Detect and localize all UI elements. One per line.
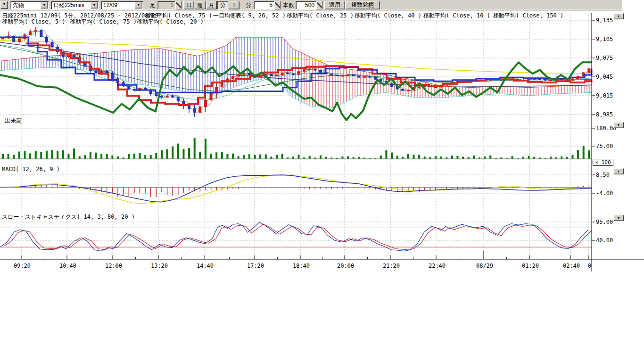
macd-pane-title: MACD( 12, 26, 9 ) bbox=[2, 166, 60, 173]
chevron-down-icon: ▼ bbox=[617, 216, 620, 220]
panel-dropdown-button[interactable]: ▼ bbox=[613, 13, 624, 19]
time-axis-label: 10:40 bbox=[58, 263, 77, 269]
multi-symbol-button[interactable]: 複数銘柄 bbox=[345, 1, 380, 9]
price-axis-label: 9,075 bbox=[596, 55, 613, 61]
legend-item: 移動平均( Close, 75 ) bbox=[70, 18, 137, 26]
time-axis-label: 09:20 bbox=[13, 263, 32, 269]
trading-app-window: { "toolbar": { "lone_combo_arrow": "drop… bbox=[0, 0, 644, 362]
stoch-axis-label: 95.00 bbox=[596, 219, 613, 225]
chevron-down-icon[interactable]: ▼ bbox=[91, 2, 98, 8]
panel-dropdown-button[interactable]: ▼ bbox=[613, 168, 624, 174]
volume-pane-title: 出来高 bbox=[5, 117, 22, 125]
volume-axis-label: 75.00 bbox=[596, 143, 613, 149]
legend-item: 移動平均( Close, 20 ) bbox=[137, 18, 204, 26]
collapsed-combo-dropdown-button[interactable]: ▼ bbox=[0, 1, 8, 9]
time-axis-label: 12:00 bbox=[104, 263, 123, 269]
volume-bars bbox=[0, 138, 592, 159]
bar-count-label: 本数 bbox=[283, 1, 294, 9]
panel-dropdown-button[interactable]: ▼ bbox=[613, 215, 624, 221]
combo-value: 先物 bbox=[11, 1, 41, 9]
legend-item: 一目均衡表( 9, 26, 52 ) bbox=[213, 12, 286, 20]
apply-button[interactable]: 適用 bbox=[324, 1, 345, 9]
stoch-axis-label: 40.00 bbox=[596, 237, 613, 244]
chevron-down-icon: ▼ bbox=[617, 123, 620, 127]
legend-item: 移動平均( Close, 40 ) bbox=[355, 12, 421, 20]
chevron-down-icon: ▼ bbox=[617, 15, 620, 18]
chart-canvas bbox=[0, 11, 644, 273]
minute-value-field[interactable]: 5 bbox=[254, 1, 274, 9]
bar-count-field[interactable]: 500 bbox=[296, 1, 316, 9]
price-axis-label: 9,135 bbox=[596, 17, 613, 24]
macd-pane bbox=[0, 175, 592, 204]
contract-month-combobox[interactable]: 12/09 ▼ bbox=[101, 1, 143, 9]
combo-value: 日経225mini bbox=[51, 1, 91, 9]
price-axis-label: 9,105 bbox=[596, 36, 613, 42]
time-axis-label: 20:00 bbox=[336, 263, 355, 269]
time-axis-label: 18:40 bbox=[292, 263, 311, 269]
period-button-T[interactable]: T bbox=[229, 1, 239, 9]
time-axis-label: 08/29 bbox=[475, 263, 494, 269]
stoch-pane-title: スロー・ストキャスティクス( 14, 3, 80, 20 ) bbox=[2, 213, 135, 221]
volume-multiplier-box: × 100 bbox=[593, 159, 613, 166]
chevron-down-icon: ▼ bbox=[3, 2, 6, 6]
time-axis-label: 21:20 bbox=[382, 263, 401, 269]
period-button-月[interactable]: 月 bbox=[206, 1, 217, 9]
symbol-combobox[interactable]: 日経225mini ▼ bbox=[51, 1, 99, 9]
time-axis-label: 17:20 bbox=[246, 263, 265, 269]
period-button-日[interactable]: 日 bbox=[183, 1, 194, 9]
price-axis-label: 9,045 bbox=[596, 74, 613, 80]
period-button-週[interactable]: 週 bbox=[195, 1, 206, 9]
panel-dropdown-button[interactable]: ▼ bbox=[613, 122, 624, 128]
macd-axis-label: -4.00 bbox=[596, 190, 613, 197]
legend-item: 移動平均( Close, 25 ) bbox=[287, 12, 354, 20]
spin-button-icon[interactable] bbox=[316, 1, 322, 9]
minute-label: 分 bbox=[246, 1, 251, 9]
time-axis-label: 0 bbox=[580, 263, 599, 269]
chevron-down-icon[interactable]: ▼ bbox=[41, 2, 48, 8]
legend-item: 移動平均( Close, 150 ) bbox=[493, 12, 563, 20]
bar-interval-field[interactable]: 1 bbox=[157, 1, 175, 9]
bar-type-label: 足 bbox=[150, 1, 156, 9]
spin-button-icon[interactable] bbox=[274, 1, 281, 9]
price-axis-label: 8,985 bbox=[596, 111, 613, 118]
time-axis-label: 22:40 bbox=[428, 263, 446, 269]
price-axis-label: 9,015 bbox=[596, 92, 613, 99]
toolbar: ▼ 先物 ▼ 日経225mini ▼ 12/09 ▼ 足 1 日週月分T 分 5… bbox=[0, 0, 622, 10]
time-axis-label: 01:20 bbox=[521, 263, 540, 269]
axes bbox=[0, 13, 644, 272]
chevron-down-icon: ▼ bbox=[617, 170, 620, 173]
spin-button-icon[interactable] bbox=[175, 1, 182, 9]
time-axis-label: 13:20 bbox=[150, 263, 169, 269]
combo-value: 12/09 bbox=[101, 2, 135, 8]
period-button-分[interactable]: 分 bbox=[217, 1, 228, 9]
time-axis-label: 02:40 bbox=[562, 263, 581, 269]
instrument-type-combobox[interactable]: 先物 ▼ bbox=[10, 1, 49, 9]
stochastics-pane bbox=[0, 222, 592, 251]
macd-axis-label: 8.50 bbox=[596, 172, 610, 178]
time-axis-label: 14:40 bbox=[196, 263, 215, 269]
legend-item: 移動平均( Close, 5 ) bbox=[2, 18, 66, 26]
chevron-down-icon[interactable]: ▼ bbox=[135, 2, 142, 8]
legend-item: 移動平均( Close, 10 ) bbox=[423, 12, 490, 20]
